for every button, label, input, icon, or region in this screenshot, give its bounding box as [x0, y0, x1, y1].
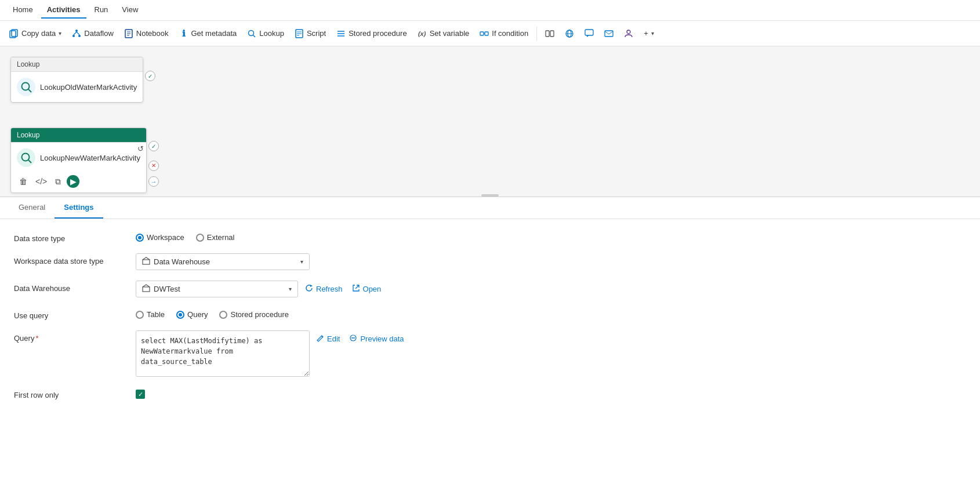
svg-point-2 — [75, 30, 78, 32]
nav-view[interactable]: View — [116, 2, 144, 19]
preview-data-icon — [349, 334, 357, 344]
query-textarea[interactable]: select MAX(LastModifytime) as NewWaterma… — [136, 330, 310, 377]
use-query-label: Use query — [14, 308, 136, 320]
activity-node-lookup-new[interactable]: Lookup LookupNewWaterMarkActivity 🗑 </> … — [10, 128, 147, 193]
rotate-icon[interactable]: ↺ — [137, 144, 144, 153]
toolbar-if-condition[interactable]: If condition — [475, 26, 533, 41]
workspace-data-store-chevron: ▾ — [300, 259, 303, 265]
connector-check-new[interactable]: ✓ — [148, 141, 159, 151]
notebook-label: Notebook — [136, 29, 169, 38]
connector-check-old[interactable]: ✓ — [145, 71, 155, 81]
toolbar-get-metadata[interactable]: ℹ Get metadata — [175, 26, 242, 41]
use-query-radio-group: Table Query Stored procedure — [136, 308, 966, 319]
add-more-label: + — [644, 29, 648, 38]
connector-cross-new[interactable]: ✕ — [148, 161, 159, 171]
copy-data-dropdown-icon: ▾ — [59, 30, 61, 37]
svg-rect-29 — [605, 31, 613, 37]
svg-point-11 — [249, 30, 254, 35]
toolbar-set-variable[interactable]: (x) Set variable — [413, 26, 474, 41]
workspace-data-store-dropdown[interactable]: Data Warehouse ▾ — [136, 253, 310, 270]
script-icon — [295, 29, 304, 38]
open-label: Open — [363, 285, 382, 293]
settings-body: Data store type Workspace External Works… — [0, 219, 980, 421]
toolbar-lookup[interactable]: Lookup — [242, 26, 289, 41]
radio-query-circle — [176, 311, 184, 319]
toolbar-script[interactable]: Script — [290, 26, 331, 41]
toolbar-copy-data[interactable]: Copy data ▾ — [5, 26, 66, 41]
tab-general[interactable]: General — [9, 197, 55, 219]
edit-icon — [317, 334, 324, 344]
resize-handle[interactable] — [481, 194, 499, 197]
activity-node-lookup-old[interactable]: Lookup LookupOldWaterMarkActivity ✓ — [10, 57, 143, 103]
open-icon — [352, 284, 360, 294]
preview-data-link[interactable]: Preview data — [349, 334, 404, 344]
node-header-old: Lookup — [11, 57, 143, 72]
toolbar-outlook[interactable] — [600, 26, 618, 41]
open-link[interactable]: Open — [352, 284, 382, 294]
data-warehouse-chevron: ▾ — [289, 286, 292, 292]
pipeline-canvas[interactable]: Lookup LookupOldWaterMarkActivity ✓ Look… — [0, 46, 980, 197]
use-query-control: Table Query Stored procedure — [136, 308, 966, 319]
data-warehouse-label: Data Warehouse — [14, 281, 136, 293]
set-variable-label: Set variable — [430, 29, 470, 38]
nav-activities[interactable]: Activities — [41, 2, 86, 19]
toolbar-dataflow[interactable]: Dataflow — [67, 26, 118, 41]
lookup-node-icon-new — [17, 148, 35, 167]
node-label-new: LookupNewWaterMarkActivity — [40, 154, 140, 162]
radio-query-label: Query — [187, 310, 208, 319]
svg-marker-37 — [310, 285, 313, 287]
lookup-node-icon-old — [17, 78, 35, 96]
delete-action[interactable]: 🗑 — [17, 176, 30, 187]
radio-external-circle — [196, 234, 204, 242]
data-warehouse-value: DWTest — [154, 285, 180, 293]
radio-external[interactable]: External — [196, 233, 235, 242]
data-warehouse-dropdown-left: DWTest — [142, 284, 180, 294]
query-control: select MAX(LastModifytime) as NewWaterma… — [136, 330, 966, 377]
node-label-old: LookupOldWaterMarkActivity — [40, 83, 137, 92]
edit-label: Edit — [327, 334, 340, 343]
copy-action[interactable]: ⧉ — [53, 176, 63, 188]
radio-table[interactable]: Table — [136, 310, 165, 319]
svg-rect-24 — [550, 31, 554, 37]
run-action[interactable]: ▶ — [67, 175, 79, 188]
svg-rect-35 — [143, 260, 150, 264]
toolbar-stored-procedure[interactable]: Stored procedure — [332, 26, 411, 41]
radio-query[interactable]: Query — [176, 310, 208, 319]
svg-rect-21 — [485, 32, 488, 35]
query-row: Query* select MAX(LastModifytime) as New… — [14, 330, 966, 377]
if-condition-label: If condition — [492, 29, 528, 38]
workspace-data-store-type-label: Workspace data store type — [14, 253, 136, 265]
data-warehouse-actions: Refresh Open — [298, 284, 381, 294]
svg-rect-20 — [480, 32, 484, 35]
use-query-row: Use query Table Query Stored procedure — [14, 308, 966, 320]
toolbar-add-more[interactable]: + ▾ — [639, 26, 659, 41]
svg-rect-28 — [585, 30, 593, 35]
node-actions-new: 🗑 </> ⧉ ▶ — [11, 173, 146, 192]
toolbar-notebook[interactable]: Notebook — [119, 26, 173, 41]
toolbar-globe[interactable] — [560, 26, 579, 41]
nav-home[interactable]: Home — [7, 2, 39, 19]
connector-arrow-new[interactable]: → — [148, 176, 159, 187]
code-action[interactable]: </> — [33, 176, 49, 187]
set-variable-icon: (x) — [418, 29, 427, 38]
svg-rect-36 — [143, 287, 150, 292]
svg-rect-23 — [546, 31, 549, 37]
first-row-only-checkbox[interactable]: ✓ — [136, 390, 145, 399]
nav-run[interactable]: Run — [89, 2, 114, 19]
data-warehouse-dropdown[interactable]: DWTest ▾ — [136, 281, 298, 297]
refresh-link[interactable]: Refresh — [305, 284, 343, 294]
radio-stored-procedure-label: Stored procedure — [230, 310, 288, 319]
toolbar-chat[interactable] — [580, 26, 598, 41]
toolbar-icon-group[interactable] — [540, 26, 559, 41]
node-body-new: LookupNewWaterMarkActivity — [11, 143, 146, 173]
radio-workspace-label: Workspace — [147, 233, 184, 242]
stored-procedure-label: Stored procedure — [349, 29, 406, 38]
tab-settings[interactable]: Settings — [55, 197, 103, 219]
toolbar-teams[interactable] — [619, 26, 638, 41]
radio-stored-procedure[interactable]: Stored procedure — [219, 310, 288, 319]
radio-table-label: Table — [147, 310, 165, 319]
edit-link[interactable]: Edit — [317, 334, 340, 344]
radio-workspace[interactable]: Workspace — [136, 233, 184, 242]
svg-point-43 — [354, 337, 355, 339]
refresh-icon — [305, 284, 313, 294]
